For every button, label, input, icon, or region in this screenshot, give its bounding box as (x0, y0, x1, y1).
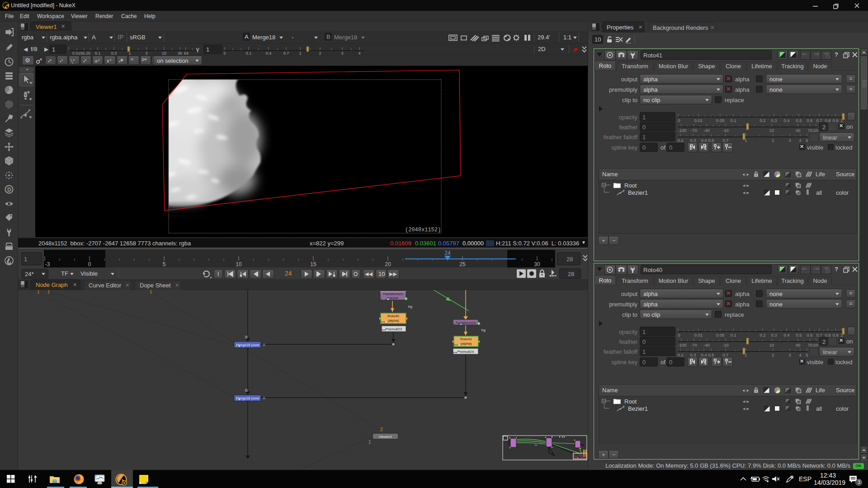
svg-text:3: 3 (341, 51, 343, 55)
svg-text:100: 100 (813, 128, 818, 133)
svg-text:3: 3 (145, 51, 147, 55)
svg-text:B: B (245, 335, 248, 339)
svg-text:bg: bg (408, 305, 412, 309)
svg-text:A: A (263, 396, 265, 400)
svg-text:Viewer4: Viewer4 (379, 435, 392, 439)
svg-text:25: 25 (459, 261, 466, 267)
svg-text:0.2: 0.2 (677, 138, 683, 143)
svg-text:3: 3 (788, 352, 791, 357)
svg-text:0.1: 0.1 (95, 51, 101, 55)
svg-text:Roto40: Roto40 (387, 314, 399, 318)
svg-text:1: 1 (128, 51, 131, 55)
svg-text:4: 4 (799, 138, 801, 143)
svg-text:10: 10 (162, 51, 166, 55)
svg-text:0.7: 0.7 (283, 51, 289, 55)
svg-text:(alpha): (alpha) (388, 319, 399, 323)
svg-text:4: 4 (799, 352, 801, 357)
svg-text:24: 24 (444, 250, 451, 256)
svg-text:0.2: 0.2 (677, 352, 683, 357)
svg-text:5: 5 (163, 261, 166, 267)
svg-text:Premult23: Premult23 (386, 327, 402, 331)
svg-text:30: 30 (534, 261, 540, 267)
svg-text:-3: -3 (45, 261, 50, 267)
svg-text:2: 2 (380, 427, 383, 432)
svg-text:Transform22: Transform22 (382, 292, 403, 296)
svg-text:A: A (263, 343, 265, 347)
svg-text:0.0156.25: 0.0156.25 (72, 51, 90, 55)
svg-text:Roto41: Roto41 (460, 337, 472, 341)
svg-text:0: 0 (88, 261, 91, 267)
svg-text:1: 1 (368, 440, 371, 445)
svg-text:Transform24: Transform24 (455, 321, 476, 325)
svg-text:2: 2 (772, 352, 774, 357)
svg-text:5: 5 (806, 352, 808, 357)
svg-text:4: 4 (358, 51, 360, 55)
svg-text:tracker: tracker (387, 296, 399, 300)
svg-text:0.4: 0.4 (266, 51, 272, 55)
svg-text:2: 2 (319, 51, 321, 55)
svg-text:(alpha): (alpha) (461, 342, 472, 346)
svg-text:0.3: 0.3 (111, 51, 117, 55)
svg-text:100: 100 (813, 343, 818, 347)
svg-text:64: 64 (184, 51, 189, 55)
svg-text:(2048x1152): (2048x1152) (405, 227, 441, 233)
svg-text:20: 20 (385, 261, 391, 267)
svg-text:Premult24: Premult24 (458, 350, 474, 354)
svg-text:10: 10 (236, 261, 242, 267)
svg-text:30: 30 (178, 51, 182, 55)
svg-text:3: 3 (788, 138, 791, 143)
svg-text:5: 5 (806, 138, 808, 143)
svg-text:0.1: 0.1 (246, 51, 252, 55)
svg-text:D: D (7, 187, 11, 193)
svg-text:2: 2 (772, 138, 774, 143)
svg-text:B: B (245, 388, 248, 393)
svg-text:15: 15 (310, 261, 316, 267)
svg-text:0: 0 (223, 51, 226, 55)
svg-text:1: 1 (299, 51, 301, 55)
svg-text:bg: bg (481, 328, 486, 332)
